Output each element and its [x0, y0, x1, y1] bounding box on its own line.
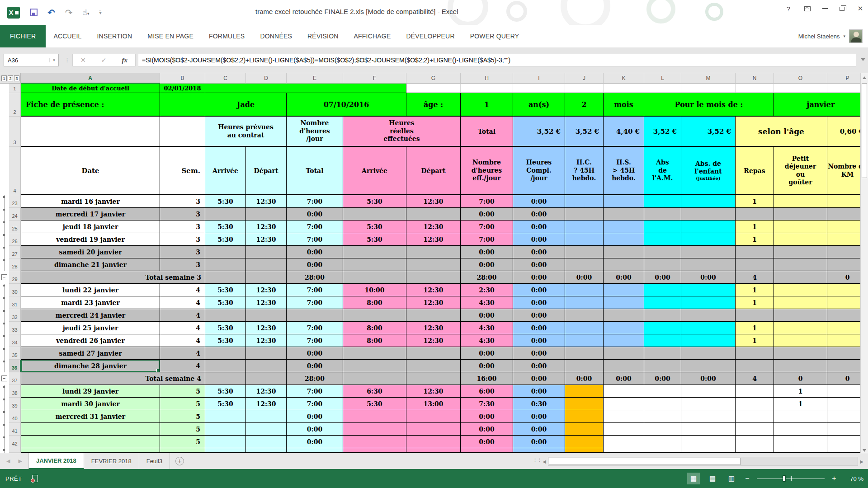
row-header-41[interactable]: 41 — [9, 423, 21, 436]
cell-G32[interactable] — [406, 309, 461, 322]
cell-B36[interactable]: 4 — [160, 360, 205, 372]
cell-I31[interactable]: 0:00 — [513, 296, 565, 309]
ribbon-display-options-icon[interactable] — [804, 6, 811, 11]
cell-D28[interactable] — [246, 258, 287, 271]
cell-O2[interactable]: janvier — [774, 93, 868, 117]
cell-N29[interactable]: 4 — [736, 271, 774, 284]
cell-I2[interactable]: an(s) — [513, 93, 565, 117]
minimize-icon[interactable] — [822, 8, 828, 9]
cell-O28[interactable] — [774, 258, 827, 271]
column-header-N[interactable]: N — [736, 73, 774, 84]
cell-H27[interactable]: 0:00 — [461, 246, 513, 258]
vertical-scrollbar[interactable] — [860, 73, 868, 453]
cell-E3[interactable]: Nombre d'heures /jour — [287, 117, 343, 147]
cell-I28[interactable]: 0:00 — [513, 258, 565, 271]
column-header-B[interactable]: B — [160, 73, 205, 84]
cell-A38[interactable]: lundi 29 janvier — [21, 385, 160, 398]
outline-level-3-button[interactable]: 3 — [14, 75, 19, 81]
cell-N38[interactable] — [736, 385, 774, 398]
cell-D25[interactable]: 12:30 — [246, 221, 287, 233]
cell-H24[interactable]: 0:00 — [461, 208, 513, 221]
cell-M25[interactable] — [681, 221, 736, 233]
cell-C3[interactable]: Heures prévues au contrat — [205, 117, 287, 147]
row-header-27[interactable]: 27 — [9, 246, 21, 258]
cell-A25[interactable]: jeudi 18 janvier — [21, 221, 160, 233]
cell-A35[interactable]: samedi 27 janvier — [21, 347, 160, 360]
cell-I27[interactable]: 0:00 — [513, 246, 565, 258]
sheet-tab-janvier-2018[interactable]: JANVIER 2018 — [28, 453, 84, 469]
cell-L34[interactable] — [644, 334, 681, 347]
cell-K3[interactable]: 4,40 € — [604, 117, 644, 147]
cell-F4[interactable]: Arrivée — [343, 147, 406, 195]
cell-I42[interactable]: 0:00 — [513, 436, 565, 448]
cell-H42[interactable]: 0:00 — [461, 436, 513, 448]
cell-D23[interactable]: 12:30 — [246, 195, 287, 208]
cell-L38[interactable] — [644, 385, 681, 398]
cell-K4[interactable]: H.S. > 45H hebdo. — [604, 147, 644, 195]
cell-F42[interactable] — [343, 436, 406, 448]
cell-N37[interactable]: 4 — [736, 372, 774, 385]
ribbon-tab-révision[interactable]: RÉVISION — [300, 25, 346, 47]
cell-H40[interactable]: 0:00 — [461, 410, 513, 423]
cell-N41[interactable] — [736, 423, 774, 436]
cell-A40[interactable]: mercredi 31 janvier — [21, 410, 160, 423]
cell-O27[interactable] — [774, 246, 827, 258]
cell-N26[interactable]: 1 — [736, 233, 774, 246]
cell-J39[interactable] — [565, 398, 604, 410]
cell-A27[interactable]: samedi 20 janvier — [21, 246, 160, 258]
cell-K40[interactable] — [604, 410, 644, 423]
cell-H28[interactable]: 0:00 — [461, 258, 513, 271]
zoom-slider[interactable] — [757, 475, 825, 482]
ribbon-tab-power-query[interactable]: POWER QUERY — [462, 25, 527, 47]
cell-C38[interactable]: 5:30 — [205, 385, 246, 398]
cell-C23[interactable]: 5:30 — [205, 195, 246, 208]
cell-N43[interactable] — [736, 448, 774, 453]
cell-E36[interactable]: 0:00 — [287, 360, 343, 372]
row-header-38[interactable]: 38 — [9, 385, 21, 398]
cell-D40[interactable] — [246, 410, 287, 423]
cell-G4[interactable]: Départ — [406, 147, 461, 195]
cell-A3[interactable] — [21, 117, 160, 147]
cell-I43[interactable] — [513, 448, 565, 453]
row-header-25[interactable]: 25 — [9, 221, 21, 233]
cell-J37[interactable]: 0:00 — [565, 372, 604, 385]
cell-I30[interactable]: 0:00 — [513, 284, 565, 296]
cell-I29[interactable]: 0:00 — [513, 271, 565, 284]
cell-K26[interactable] — [604, 233, 644, 246]
cell-B34[interactable]: 4 — [160, 334, 205, 347]
zoom-slider-handle[interactable] — [783, 475, 786, 482]
cell-E37[interactable]: 28:00 — [287, 372, 343, 385]
cell-I34[interactable]: 0:00 — [513, 334, 565, 347]
cell-J27[interactable] — [565, 246, 604, 258]
cell-C25[interactable]: 5:30 — [205, 221, 246, 233]
cell-E38[interactable]: 7:00 — [287, 385, 343, 398]
column-header-F[interactable]: F — [343, 73, 406, 84]
cell-G1[interactable] — [406, 84, 461, 93]
ribbon-tab-développeur[interactable]: DÉVELOPPEUR — [398, 25, 462, 47]
cell-G43[interactable] — [406, 448, 461, 453]
cell-E27[interactable]: 0:00 — [287, 246, 343, 258]
cell-G26[interactable]: 12:30 — [406, 233, 461, 246]
cell-E33[interactable]: 7:00 — [287, 322, 343, 334]
page-layout-view-icon[interactable]: ▤ — [706, 473, 719, 484]
cell-C26[interactable]: 5:30 — [205, 233, 246, 246]
cell-H35[interactable]: 0:00 — [461, 347, 513, 360]
cell-N1[interactable] — [736, 84, 774, 93]
cell-A4[interactable]: Date — [21, 147, 160, 195]
column-header-H[interactable]: H — [461, 73, 513, 84]
horizontal-scrollbar-thumb[interactable] — [549, 458, 741, 465]
cell-O42[interactable] — [774, 436, 827, 448]
cell-N42[interactable] — [736, 436, 774, 448]
excel-app-icon[interactable]: X — [7, 7, 20, 19]
scroll-left-icon[interactable]: ◀ — [541, 459, 548, 464]
cell-A36[interactable]: dimanche 28 janvier — [21, 360, 160, 372]
cell-B26[interactable]: 3 — [160, 233, 205, 246]
cell-N24[interactable] — [736, 208, 774, 221]
row-header-26[interactable]: 26 — [9, 233, 21, 246]
cell-O38[interactable]: 1 — [774, 385, 827, 398]
cell-M23[interactable] — [681, 195, 736, 208]
cell-C28[interactable] — [205, 258, 246, 271]
column-header-D[interactable]: D — [246, 73, 287, 84]
cell-K42[interactable] — [604, 436, 644, 448]
cell-A23[interactable]: mardi 16 janvier — [21, 195, 160, 208]
